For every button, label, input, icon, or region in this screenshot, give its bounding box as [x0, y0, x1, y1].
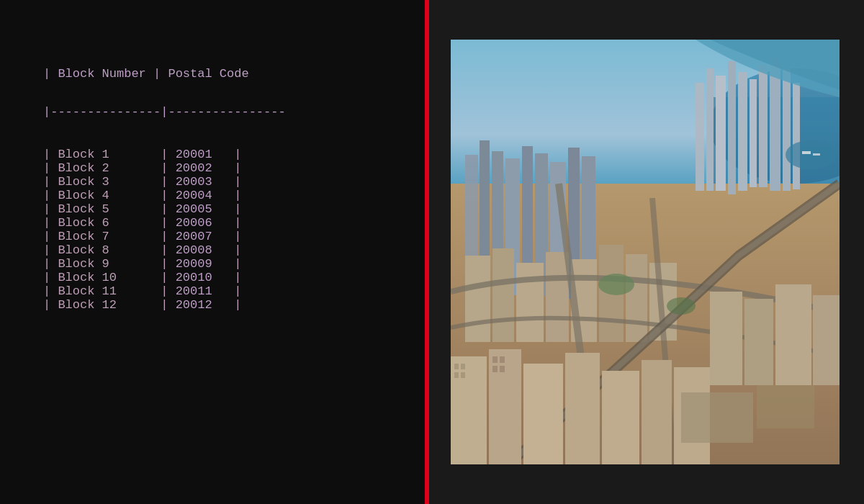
terminal-table: | Block Number | Postal Code |----------…	[43, 43, 286, 337]
postal-code: 20005	[176, 202, 212, 216]
postal-code: 20001	[176, 148, 212, 161]
postal-code: 20011	[176, 284, 212, 298]
block-name: Block 5	[58, 202, 153, 216]
table-row: | Block 9 | 20009 |	[43, 258, 286, 270]
block-name: Block 8	[58, 243, 153, 257]
main-container: | Block Number | Postal Code |----------…	[0, 0, 864, 504]
right-panel	[429, 0, 864, 504]
table-row: | Block 4 | 20004 |	[43, 189, 286, 202]
postal-code: 20004	[176, 189, 212, 202]
postal-code: 20002	[176, 161, 212, 175]
city-aerial-image	[451, 40, 840, 464]
postal-code: 20007	[176, 230, 212, 243]
postal-code: 20009	[176, 257, 212, 271]
block-name: Block 4	[58, 189, 153, 202]
table-header: | Block Number | Postal Code	[43, 68, 286, 80]
table-row: | Block 12 | 20012 |	[43, 299, 286, 311]
svg-rect-57	[451, 40, 840, 464]
postal-code: 20006	[176, 216, 212, 230]
block-name: Block 9	[58, 257, 153, 271]
city-image-container	[451, 40, 840, 464]
table-row: | Block 7 | 20007 |	[43, 230, 286, 243]
table-row: | Block 11 | 20011 |	[43, 285, 286, 297]
postal-code: 20003	[176, 175, 212, 189]
table-row: | Block 1 | 20001 |	[43, 148, 286, 161]
table-row: | Block 2 | 20002 |	[43, 162, 286, 174]
block-name: Block 3	[58, 175, 153, 189]
postal-code: 20008	[176, 243, 212, 257]
postal-code: 20012	[176, 298, 212, 312]
table-row: | Block 10 | 20010 |	[43, 271, 286, 284]
block-name: Block 10	[58, 271, 153, 284]
table-row: | Block 6 | 20006 |	[43, 217, 286, 229]
block-name: Block 1	[58, 148, 153, 161]
block-name: Block 7	[58, 230, 153, 243]
block-name: Block 11	[58, 284, 153, 298]
block-name: Block 2	[58, 161, 153, 175]
table-separator: |---------------|----------------	[43, 106, 286, 118]
postal-code: 20010	[176, 271, 212, 284]
table-row: | Block 8 | 20008 |	[43, 244, 286, 256]
table-row: | Block 5 | 20005 |	[43, 203, 286, 215]
block-name: Block 12	[58, 298, 153, 312]
left-panel: | Block Number | Postal Code |----------…	[0, 0, 425, 504]
block-name: Block 6	[58, 216, 153, 230]
table-row: | Block 3 | 20003 |	[43, 176, 286, 188]
